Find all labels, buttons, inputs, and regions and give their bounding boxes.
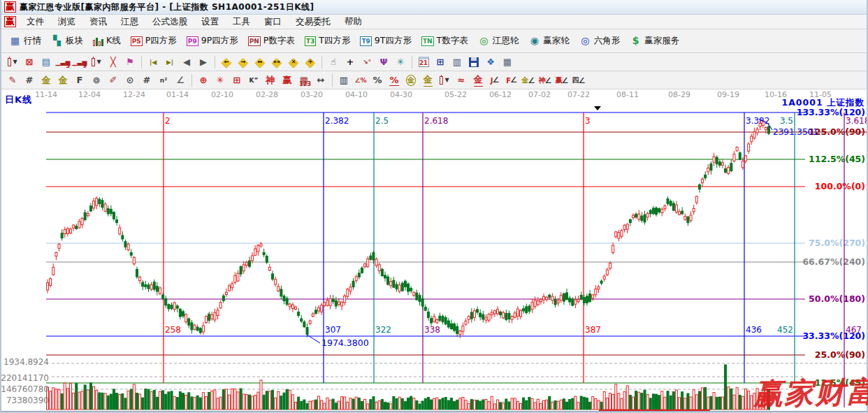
app-window: 赢 赢家江恩专业版[赢家内部服务平台] - [上证指数 SH1A0001-251… — [0, 0, 868, 413]
gann-grid-icon[interactable]: # — [22, 73, 37, 87]
volume-bar — [695, 395, 697, 410]
diamond-scroll-right-icon[interactable]: ◆→ — [236, 55, 251, 69]
titlebar[interactable]: 赢 赢家江恩专业版[赢家内部服务平台] - [上证指数 SH1A0001-251… — [1, 0, 867, 15]
quotes-button[interactable]: ▦行情 — [4, 34, 46, 48]
menu-item-9[interactable]: 帮助 — [338, 15, 369, 29]
diamond-scroll-left-icon[interactable]: ◆← — [219, 55, 234, 69]
kline-period-dropdown[interactable]: ▼ — [5, 55, 20, 69]
volume-price-table-icon[interactable]: ▥ — [336, 73, 352, 87]
n-squared-icon[interactable]: n² — [156, 73, 171, 87]
si-angle-icon[interactable]: 四∠ — [571, 73, 586, 87]
crosshair-tool-icon[interactable]: + — [342, 55, 358, 69]
print-icon[interactable]: ▦ — [500, 55, 515, 69]
9p-square-button[interactable]: P99P四方形 — [182, 34, 243, 48]
kline-button[interactable]: K线 — [88, 34, 126, 48]
volume-bar — [638, 392, 640, 410]
skip-last-icon[interactable]: ▶| — [162, 55, 178, 69]
hand-tool-icon[interactable]: ☝ — [326, 55, 341, 69]
p-number-table-button[interactable]: PNP数字表 — [243, 34, 300, 48]
sectors-button[interactable]: ▚板块 — [46, 34, 88, 48]
winner-wheel-button[interactable]: ◉赢家轮 — [523, 34, 574, 48]
gold-grid-icon[interactable]: 金 — [38, 73, 54, 87]
menu-item-3[interactable]: 江恩 — [114, 15, 145, 29]
menu-item-6[interactable]: 工具 — [226, 15, 257, 29]
menu-item-8[interactable]: 交易委托 — [289, 15, 338, 29]
diamond-compress-h-icon[interactable]: ◆»« — [269, 55, 284, 69]
pattern-web-icon[interactable]: ✳ — [393, 55, 408, 69]
save-icon[interactable] — [466, 55, 482, 69]
anchor-tool-icon[interactable]: Ψ — [376, 55, 391, 69]
next-bar-icon[interactable]: ▶ — [196, 55, 211, 69]
winner-service-button[interactable]: $赢家服务 — [625, 34, 684, 48]
circle-cross-icon[interactable]: ⊕ — [196, 73, 211, 87]
grid-123-icon[interactable]: ▦123 — [296, 73, 312, 87]
bars-9-icon[interactable]: ▁▃▅9 — [72, 55, 87, 69]
menu-item-4[interactable]: 公式选股 — [145, 15, 194, 29]
gann-top-label: 2.382 — [325, 116, 349, 126]
kline-chart-canvas[interactable]: 11-1412-0412-2401-1402-1002-2803-2004-10… — [1, 90, 867, 411]
f-grid-icon[interactable]: F — [72, 73, 87, 87]
f-angle-icon[interactable]: F∠ — [504, 73, 519, 87]
wave-band-icon[interactable]: ≈ — [454, 73, 469, 87]
percent-icon[interactable]: % — [370, 73, 385, 87]
volume-bar — [707, 397, 709, 410]
shen-grid-icon[interactable]: 神 — [263, 73, 278, 87]
gold-channel-icon[interactable]: 金 — [420, 73, 435, 87]
calendar-icon[interactable]: 21 — [416, 55, 431, 69]
chart-area[interactable]: 11-1412-0412-2401-1402-1002-2803-2004-10… — [1, 90, 867, 411]
candle-style-dropdown[interactable]: ▼ — [89, 55, 104, 69]
j-angle-icon[interactable]: J∠ — [487, 73, 502, 87]
cycle-circle-icon[interactable]: ⊙ — [122, 73, 138, 87]
volume-bar — [335, 403, 337, 410]
info-panel-icon[interactable]: ▤ — [38, 55, 54, 69]
candle-body — [569, 298, 571, 302]
t-number-table-button[interactable]: TNT数字表 — [417, 34, 473, 48]
menu-item-2[interactable]: 资讯 — [82, 15, 114, 29]
diamond-zoom-in-icon[interactable]: ◆✛ — [303, 55, 318, 69]
web-grid-icon[interactable]: ⊞ — [229, 73, 245, 87]
width-arrows-icon[interactable]: ↔ — [313, 73, 328, 87]
candle-pen-icon[interactable]: ▼ — [437, 73, 452, 87]
9t-square-button[interactable]: T99T四方形 — [355, 34, 417, 48]
gold-grid2-icon[interactable]: 金 — [55, 73, 71, 87]
shen-angle-icon[interactable]: 神∠ — [537, 73, 553, 87]
volume-bar — [326, 398, 328, 410]
gold-circle-icon[interactable]: 金 — [403, 73, 419, 87]
gann-wheel-button[interactable]: ◎江恩轮 — [473, 34, 524, 48]
menu-item-1[interactable]: 浏览 — [51, 15, 82, 29]
flag-icon[interactable]: ⚑ — [122, 55, 138, 69]
gann-x-pattern-icon[interactable]: ╳ — [106, 55, 121, 69]
bars-3-icon[interactable]: ▁▃▅3 — [55, 55, 71, 69]
p-square-button[interactable]: PSP四方形 — [126, 34, 182, 48]
diamond-expand-h-icon[interactable]: ◆↔ — [252, 55, 268, 69]
k-note-icon[interactable]: K” — [246, 73, 261, 87]
ying-angle-icon[interactable]: 赢∠ — [554, 73, 570, 87]
notes-icon[interactable]: ▥ — [449, 55, 465, 69]
volume-bar — [352, 399, 354, 410]
gold-angle-icon[interactable]: 金∠ — [521, 73, 536, 87]
menu-item-5[interactable]: 设置 — [194, 15, 226, 29]
menu-item-0[interactable]: 文件 — [20, 15, 51, 29]
spiderweb-icon[interactable]: ✳ — [212, 73, 228, 87]
t-square-button[interactable]: T3T四方形 — [300, 34, 356, 48]
measure-line-icon[interactable]: ↘° — [359, 55, 375, 69]
percent-line-icon[interactable]: % — [386, 73, 402, 87]
hexagon-button[interactable]: ◎六角形 — [574, 34, 625, 48]
compass-icon[interactable]: ✐ — [106, 73, 121, 87]
angle-percent-icon[interactable]: ∠% — [353, 73, 368, 87]
menu-item-7[interactable]: 窗口 — [257, 15, 289, 29]
gold-line-icon[interactable]: 金 — [470, 73, 486, 87]
brush-icon[interactable]: ✎ — [5, 73, 20, 87]
diamond-zoom-out-icon[interactable]: ◆✕ — [286, 55, 301, 69]
candle-body — [332, 299, 334, 302]
hash-icon[interactable]: # — [139, 73, 154, 87]
spiral-icon[interactable]: ⊚ — [89, 73, 104, 87]
calculator-icon[interactable]: ⊞ — [433, 55, 448, 69]
ying-grid-icon[interactable]: 赢 — [280, 73, 295, 87]
candle-body — [500, 312, 502, 314]
angle-icon[interactable]: ∠ — [173, 73, 188, 87]
prev-bar-icon[interactable]: ◀ — [179, 55, 194, 69]
network-icon[interactable]: ❖ — [483, 55, 498, 69]
skip-first-icon[interactable]: |◀ — [145, 55, 161, 69]
gann-window-icon[interactable]: ⊠ — [22, 55, 37, 69]
